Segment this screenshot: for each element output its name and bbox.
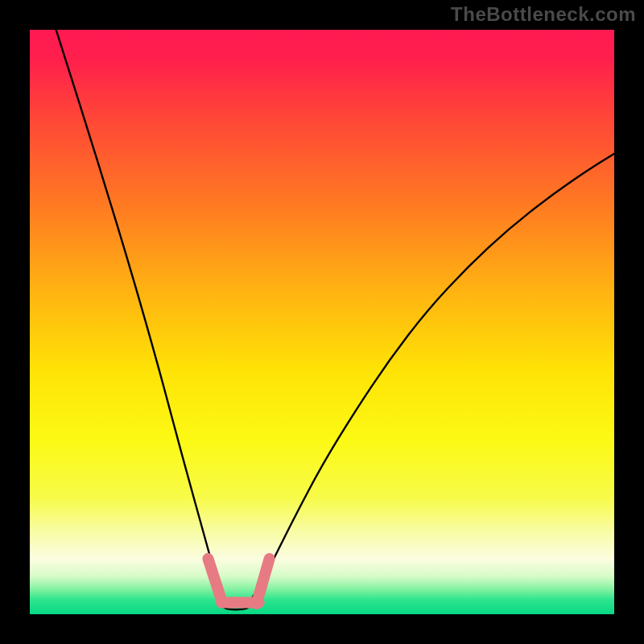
plot-background (30, 30, 614, 614)
watermark-text: TheBottleneck.com (451, 3, 636, 26)
bottleneck-chart-svg (0, 0, 644, 644)
chart-stage: TheBottleneck.com (0, 0, 644, 644)
